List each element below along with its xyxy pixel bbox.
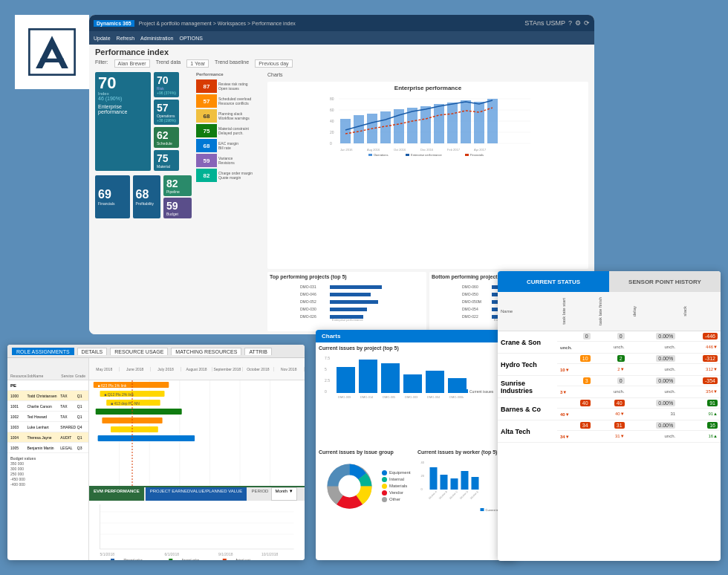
status-row-barnes: Barnes & Co 40 40 0.00% 91 <box>498 398 721 409</box>
svg-rect-34 <box>465 154 469 156</box>
company-logo <box>26 26 78 78</box>
svg-text:DMO-026: DMO-026 <box>300 314 316 319</box>
logo-container <box>15 15 89 89</box>
gantt-row-1005: 1005 Benjamin Martin LEGAL Q3 <box>7 443 88 453</box>
svg-text:DMO-030: DMO-030 <box>300 307 316 311</box>
performance-chart-svg: 80 60 40 20 0 <box>270 93 585 156</box>
svg-text:0: 0 <box>330 141 332 146</box>
period-select[interactable]: Month ▼ <box>271 487 296 501</box>
nav-update[interactable]: Update <box>94 36 111 41</box>
metric-items: 87 Review risk ratingOpen issues 57 Sche… <box>196 79 263 182</box>
tab-current-status[interactable]: CURRENT STATUS <box>498 271 609 292</box>
gantt-tabs-bar: ROLE ASSIGNMENTS DETAILS RESOURCE USAGE … <box>7 345 305 358</box>
svg-text:DMO-050M: DMO-050M <box>462 299 481 304</box>
top-projects-svg: DMO-031 DMO-046 DMO-052 DMO-030 DMO-026 <box>270 281 424 322</box>
svg-text:Actual cost: Actual cost <box>235 558 250 560</box>
issues-bottom-row: Current issues by issue group <box>319 449 513 550</box>
tab-details[interactable]: DETAILS <box>77 348 108 355</box>
nav-admin[interactable]: Administration <box>140 36 173 41</box>
svg-text:40: 40 <box>330 119 334 123</box>
d365-logo: Dynamics 365 <box>94 20 134 27</box>
svg-text:DMO-050: DMO-050 <box>462 292 478 296</box>
pipeline-card: 82Pipeline <box>163 175 192 196</box>
svg-rect-21 <box>461 100 471 143</box>
gantt-left-panel: Resource/Job Name Service Grade PE 1000 … <box>7 358 89 560</box>
filter-user[interactable]: Alan Brewer <box>114 59 150 68</box>
tab-matching[interactable]: MATCHING RESOURCES <box>171 348 241 355</box>
tab-role-assignments[interactable]: ROLE ASSIGNMENTS <box>12 348 74 355</box>
svg-text:Worker E: Worker E <box>469 490 480 500</box>
svg-text:Worker D: Worker D <box>459 490 469 500</box>
enterprise-performance-card: 70 Index 46 (190%) Enterprise performanc… <box>95 72 151 171</box>
budget-values: Budget values 350 000 300 000 250 000 -4… <box>7 456 88 487</box>
metric-capacity: 68 Planning slackWorkflow warnings <box>196 109 263 123</box>
svg-rect-84 <box>111 559 114 560</box>
svg-text:Enterprise performance: Enterprise performance <box>332 318 364 322</box>
gantt-right-panel: May 2018 June 2018 July 2018 August 2018… <box>89 358 305 560</box>
svg-text:5: 5 <box>325 367 327 371</box>
svg-rect-117 <box>472 477 479 490</box>
svg-text:9/1/2018: 9/1/2018 <box>218 552 233 556</box>
pie-chart-svg <box>322 458 377 514</box>
budget-card: 59Budget <box>163 198 192 218</box>
tab-resource-usage[interactable]: RESOURCE USAGE <box>110 348 168 355</box>
company-name-hydro: Hydro Tech <box>498 354 557 376</box>
evm-chart-svg: 5/1/2018 6/1/2018 9/1/2018 10/1/2018 Pla… <box>89 501 305 560</box>
col-delay: delay <box>628 292 679 331</box>
status-row-sunrise: Sunrise Industries 3 0 0.00% -354 <box>498 376 721 386</box>
nav-refresh[interactable]: Refresh <box>117 36 135 41</box>
gantt-row-1002: 1002 Ted Howard TAX Q1 <box>7 412 88 422</box>
svg-rect-43 <box>330 308 367 311</box>
svg-rect-22 <box>474 102 484 143</box>
svg-text:Feb 2017: Feb 2017 <box>447 148 461 152</box>
filter-trend[interactable]: 1 Year <box>186 59 209 68</box>
gantt-months: May 2018 June 2018 July 2018 August 2018… <box>89 367 305 371</box>
svg-rect-95 <box>359 360 377 393</box>
svg-text:Worker C: Worker C <box>449 490 459 500</box>
tab-sensor-history[interactable]: SENSOR POINT HISTORY <box>609 271 721 292</box>
svg-text:20: 20 <box>330 130 334 134</box>
svg-text:■ 413 dep PL-NN: ■ 413 dep PL-NN <box>111 401 140 406</box>
issues-project-chart: 7.5 5 2.5 0 DMO-009 DMO-014 DMO-005 DMO-… <box>319 352 513 400</box>
metric-risk: 87 Review risk ratingOpen issues <box>196 79 263 93</box>
company-name-alta: Alta Tech <box>498 420 557 443</box>
metric-budget: 59 VarianceRevisions <box>196 154 263 167</box>
svg-text:DMO-031: DMO-031 <box>300 285 316 289</box>
svg-text:Oct 2016: Oct 2016 <box>394 148 406 152</box>
status-tabs: CURRENT STATUS SENSOR POINT HISTORY <box>498 271 721 292</box>
svg-rect-88 <box>223 559 227 560</box>
topbar-icons: STAns USMP ? ⚙ ⟳ <box>524 19 590 27</box>
company-name-barnes: Barnes & Co <box>498 398 557 420</box>
schedule-card: 62 Schedule <box>154 127 179 148</box>
svg-rect-12 <box>340 119 351 143</box>
svg-text:■ Q12 Pls 2% link: ■ Q12 Pls 2% link <box>104 392 134 397</box>
svg-rect-98 <box>426 371 444 393</box>
company-name-crane: Crane & Son <box>498 331 557 354</box>
col-late-start: task late start <box>557 292 594 331</box>
svg-text:DMO-004: DMO-004 <box>427 395 441 399</box>
svg-rect-32 <box>406 154 409 156</box>
svg-text:DMO-003: DMO-003 <box>405 395 418 399</box>
svg-rect-106 <box>464 389 468 393</box>
svg-rect-116 <box>461 471 469 490</box>
svg-rect-1 <box>40 59 64 62</box>
svg-rect-123 <box>481 508 484 511</box>
svg-text:2.5: 2.5 <box>325 378 330 383</box>
svg-text:Current issues: Current issues <box>469 389 494 394</box>
svg-text:DMO-005: DMO-005 <box>383 395 396 399</box>
svg-rect-113 <box>430 467 438 490</box>
svg-text:DMO-046: DMO-046 <box>300 292 316 296</box>
svg-rect-114 <box>441 475 448 490</box>
col-late-finish: task late finish <box>594 292 628 331</box>
status-row-crane: Crane & Son 0 0 0.00% -446 <box>498 331 721 342</box>
gantt-row-1000: 1000 Todd Christiansen TAX Q1 <box>7 391 88 401</box>
svg-rect-18 <box>420 106 431 143</box>
svg-text:Jun 2016: Jun 2016 <box>340 148 353 152</box>
filter-baseline[interactable]: Previous day <box>255 59 292 68</box>
tab-attrib[interactable]: ATTRIB <box>244 348 271 355</box>
nav-options[interactable]: OPTIONS <box>179 36 203 41</box>
svg-rect-67 <box>96 409 182 415</box>
svg-text:0: 0 <box>421 487 423 491</box>
metric-profit: 68 EAC marginBill rate <box>196 139 263 152</box>
svg-rect-41 <box>330 300 378 304</box>
